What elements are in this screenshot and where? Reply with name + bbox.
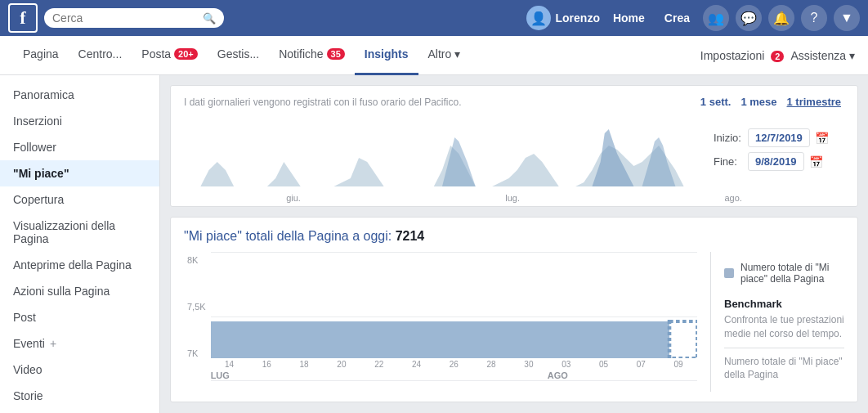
top-chart-card: I dati giornalieri vengono registrati co… [170,85,858,207]
settings-badge: 2 [771,51,784,62]
sidebar-item-panoramica[interactable]: Panoramica [0,82,159,108]
main-chart-card: "Mi piace" totali della Pagina a oggi: 7… [170,217,858,402]
range-1-sett[interactable]: 1 sett. [697,94,735,110]
svg-rect-5 [669,321,697,358]
sidebar-item-storie[interactable]: Storie [0,383,159,409]
bar-chart-container: 14 16 18 20 22 24 26 28 30 03 05 [211,252,697,380]
x-label-24: 24 [398,360,436,369]
x-label-07: 07 [622,360,660,369]
create-link[interactable]: Crea [658,8,696,28]
top-chart-area: Inizio: 12/7/2019 📅 Fine: 9/8/2019 📅 [171,113,857,193]
friends-icon[interactable]: 👥 [703,5,729,31]
date-inputs: Inizio: 12/7/2019 📅 Fine: 9/8/2019 📅 [714,113,844,186]
sidebar-item-eventi[interactable]: Eventi + [0,330,159,357]
subnav-notifiche[interactable]: Notifiche 35 [269,36,355,75]
grid-line-bottom [211,380,697,381]
sidebar-item-video[interactable]: Video [0,357,159,383]
sparkline-svg [184,113,700,186]
content-area: I dati giornalieri vengono registrati co… [160,75,868,413]
x-label-16: 16 [248,360,285,369]
assistenza-button[interactable]: Assistenza ▾ [790,49,855,62]
home-link[interactable]: Home [606,8,651,28]
date-start-row: Inizio: 12/7/2019 📅 [714,128,844,147]
chart-area: 8K 7,5K 7K [171,252,710,392]
notifiche-badge: 35 [327,48,345,60]
x-label-26: 26 [435,360,472,369]
date-range-tabs: 1 sett. 1 mese 1 trimestre [697,94,844,110]
month-labels: LUG AGO [211,370,697,380]
x-label-18: 18 [285,360,323,369]
posta-badge: 20+ [174,48,198,60]
sparkline-container [184,113,700,186]
sidebar: Panoramica Inserzioni Follower "Mi piace… [0,75,160,413]
x-label-20: 20 [323,360,360,369]
y-label-7k: 7K [187,348,206,358]
chart-inner: 8K 7,5K 7K [184,252,697,380]
date-start-label: Inizio: [714,132,743,144]
sidebar-item-mi-piace[interactable]: "Mi piace" [0,160,159,186]
bar-chart-svg [211,252,697,358]
x-label-05: 05 [585,360,623,369]
account-menu-icon[interactable]: ▼ [834,5,860,31]
benchmark-desc: Confronta le tue prestazioni medie nel c… [724,313,844,341]
notifications-icon[interactable]: 🔔 [768,5,794,31]
range-1-trimestre[interactable]: 1 trimestre [784,94,844,110]
date-end-row: Fine: 9/8/2019 📅 [714,152,844,171]
help-icon[interactable]: ? [801,5,827,31]
x-label-28: 28 [472,360,510,369]
main-chart-body: 8K 7,5K 7K [171,252,857,402]
range-1-mese[interactable]: 1 mese [737,94,780,110]
settings-button[interactable]: Impostazioni 2 [700,49,785,62]
x-label-30: 30 [510,360,548,369]
date-label-lug: lug. [505,193,520,203]
date-end-label: Fine: [714,155,743,168]
messenger-icon[interactable]: 💬 [736,5,762,31]
y-label-8k: 8K [187,255,206,265]
search-input[interactable] [52,11,198,25]
sub-navigation: Pagina Centro... Posta 20+ Gestis... Not… [0,36,868,75]
subnav-centro[interactable]: Centro... [69,36,132,75]
top-navigation: f 🔍 👤 Lorenzo Home Crea 👥 💬 🔔 ? ▼ [0,0,868,36]
benchmark-title: Benchmark [724,298,844,310]
sidebar-item-post[interactable]: Post [0,304,159,330]
title-count: 7214 [396,229,425,243]
subnav-altro[interactable]: Altro ▾ [418,36,471,75]
x-label-09: 09 [660,360,697,369]
sidebar-item-follower[interactable]: Follower [0,134,159,160]
legend-color-dot [724,268,734,278]
sidebar-item-copertura[interactable]: Copertura [0,186,159,213]
add-icon: + [50,337,56,350]
calendar-end-icon[interactable]: 📅 [809,155,823,168]
calendar-start-icon[interactable]: 📅 [815,132,829,145]
benchmark-separator [724,348,844,348]
subnav-pagina[interactable]: Pagina [13,36,69,75]
user-profile[interactable]: 👤 Lorenzo [526,6,600,30]
sidebar-item-azioni[interactable]: Azioni sulla Pagina [0,278,159,304]
date-start-value[interactable]: 12/7/2019 [748,128,810,147]
date-labels: giu. lug. ago. [171,193,857,206]
date-end-value[interactable]: 9/8/2019 [748,152,804,171]
legend-label: Numero totale di "Mi piace" della Pagina [740,262,844,285]
month-ago: AGO [548,370,585,380]
title-prefix: "Mi piace" totali della [184,229,308,243]
title-page: Pagina [308,229,349,243]
x-label-03: 03 [548,360,585,369]
user-name: Lorenzo [556,11,600,25]
sidebar-item-visualizzazioni[interactable]: Visualizzazioni della Pagina [0,213,159,252]
sidebar-item-inserzioni[interactable]: Inserzioni [0,108,159,134]
month-lug: LUG [211,370,248,380]
search-icon: 🔍 [203,12,216,25]
sidebar-item-anteprime[interactable]: Anteprime della Pagina [0,252,159,278]
subnav-posta[interactable]: Posta 20+ [132,36,207,75]
avatar: 👤 [526,6,551,30]
date-label-giu: giu. [286,193,301,203]
subnav-gestis[interactable]: Gestis... [208,36,269,75]
subnav-insights[interactable]: Insights [355,36,418,75]
svg-rect-4 [211,321,669,358]
grid-line-top [211,252,697,253]
search-bar[interactable]: 🔍 [44,8,224,28]
y-label-75k: 7,5K [187,302,206,312]
sub-nav-left: Pagina Centro... Posta 20+ Gestis... Not… [13,36,700,75]
y-axis: 8K 7,5K 7K [187,252,211,358]
facebook-logo: f [8,3,38,33]
